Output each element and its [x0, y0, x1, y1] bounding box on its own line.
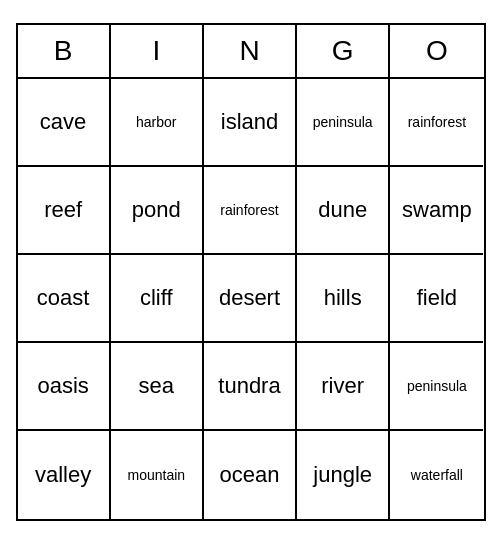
- bingo-cell[interactable]: sea: [111, 343, 204, 431]
- cell-text: tundra: [218, 373, 280, 399]
- cell-text: valley: [35, 462, 91, 488]
- bingo-cell[interactable]: coast: [18, 255, 111, 343]
- cell-text: dune: [318, 197, 367, 223]
- cell-text: field: [417, 285, 457, 311]
- header-letter: G: [297, 25, 390, 77]
- cell-text: swamp: [402, 197, 472, 223]
- cell-text: harbor: [136, 114, 176, 131]
- cell-text: ocean: [220, 462, 280, 488]
- bingo-grid: caveharborislandpeninsularainforestreefp…: [18, 79, 484, 519]
- cell-text: coast: [37, 285, 90, 311]
- bingo-cell[interactable]: swamp: [390, 167, 483, 255]
- bingo-cell[interactable]: desert: [204, 255, 297, 343]
- cell-text: oasis: [37, 373, 88, 399]
- bingo-cell[interactable]: field: [390, 255, 483, 343]
- cell-text: jungle: [313, 462, 372, 488]
- cell-text: pond: [132, 197, 181, 223]
- cell-text: reef: [44, 197, 82, 223]
- bingo-cell[interactable]: pond: [111, 167, 204, 255]
- bingo-cell[interactable]: peninsula: [297, 79, 390, 167]
- bingo-cell[interactable]: jungle: [297, 431, 390, 519]
- bingo-cell[interactable]: rainforest: [204, 167, 297, 255]
- bingo-cell[interactable]: reef: [18, 167, 111, 255]
- header-letter: I: [111, 25, 204, 77]
- cell-text: island: [221, 109, 278, 135]
- cell-text: rainforest: [408, 114, 466, 131]
- header-letter: N: [204, 25, 297, 77]
- cell-text: river: [321, 373, 364, 399]
- cell-text: cave: [40, 109, 86, 135]
- bingo-cell[interactable]: rainforest: [390, 79, 483, 167]
- header-letter: B: [18, 25, 111, 77]
- bingo-cell[interactable]: cliff: [111, 255, 204, 343]
- bingo-cell[interactable]: valley: [18, 431, 111, 519]
- cell-text: rainforest: [220, 202, 278, 219]
- header-letter: O: [390, 25, 483, 77]
- cell-text: desert: [219, 285, 280, 311]
- bingo-cell[interactable]: river: [297, 343, 390, 431]
- bingo-cell[interactable]: hills: [297, 255, 390, 343]
- cell-text: sea: [139, 373, 174, 399]
- cell-text: peninsula: [407, 378, 467, 395]
- cell-text: waterfall: [411, 467, 463, 484]
- bingo-cell[interactable]: mountain: [111, 431, 204, 519]
- bingo-cell[interactable]: oasis: [18, 343, 111, 431]
- cell-text: peninsula: [313, 114, 373, 131]
- bingo-header: BINGO: [18, 25, 484, 79]
- cell-text: cliff: [140, 285, 173, 311]
- bingo-cell[interactable]: island: [204, 79, 297, 167]
- cell-text: mountain: [127, 467, 185, 484]
- bingo-cell[interactable]: dune: [297, 167, 390, 255]
- bingo-cell[interactable]: waterfall: [390, 431, 483, 519]
- bingo-cell[interactable]: peninsula: [390, 343, 483, 431]
- bingo-cell[interactable]: cave: [18, 79, 111, 167]
- bingo-cell[interactable]: ocean: [204, 431, 297, 519]
- bingo-card: BINGO caveharborislandpeninsularainfores…: [16, 23, 486, 521]
- bingo-cell[interactable]: tundra: [204, 343, 297, 431]
- bingo-cell[interactable]: harbor: [111, 79, 204, 167]
- cell-text: hills: [324, 285, 362, 311]
